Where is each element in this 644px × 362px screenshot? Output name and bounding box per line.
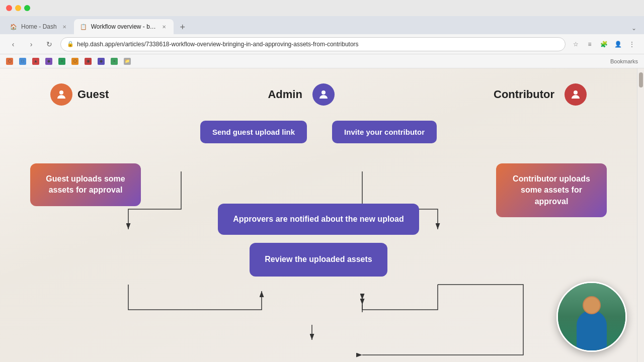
svg-point-1 bbox=[321, 90, 326, 95]
center-column: Approvers are notified about the new upl… bbox=[218, 204, 419, 277]
bookmarks-label: Bookmarks bbox=[610, 58, 638, 64]
bookmark-1[interactable]: ⬡ bbox=[6, 58, 13, 65]
url-text: help.dash.app/en/articles/7338618-workfl… bbox=[77, 41, 359, 48]
bookmark-2[interactable]: □ bbox=[19, 58, 26, 65]
bookmark-8[interactable]: ◆ bbox=[98, 58, 105, 65]
guest-label: Guest bbox=[77, 88, 109, 101]
tab-home-close[interactable]: ✕ bbox=[61, 23, 68, 30]
tab-workflow-label: Workflow overview - bringing bbox=[91, 23, 156, 30]
approvers-notified-box: Approvers are notified about the new upl… bbox=[218, 204, 419, 235]
bookmark-10[interactable]: 📁 bbox=[124, 58, 131, 65]
bookmark-6[interactable]: ⬡ bbox=[71, 58, 78, 65]
bookmark-5[interactable]: + bbox=[58, 58, 65, 65]
review-assets-label: Review the uploaded assets bbox=[265, 255, 372, 263]
menu-icon[interactable]: ⋮ bbox=[626, 38, 638, 50]
contributor-label: Contributor bbox=[494, 88, 554, 101]
minimize-button[interactable] bbox=[15, 5, 21, 11]
admin-label: Admin bbox=[268, 88, 302, 101]
close-button[interactable] bbox=[6, 5, 12, 11]
svg-point-0 bbox=[59, 90, 63, 95]
contributor-upload-box: Contributor uploads some assets for appr… bbox=[496, 163, 607, 217]
admin-role: Admin bbox=[268, 83, 334, 106]
profile-icon[interactable]: 👤 bbox=[612, 38, 624, 50]
bookmark-icon-3: ▲ bbox=[32, 58, 39, 65]
scrollbar[interactable] bbox=[637, 68, 644, 362]
middle-section: Guest uploads some assets for approval A… bbox=[30, 163, 607, 277]
bookmark-icon-1: ⬡ bbox=[6, 58, 13, 65]
invite-contributor-box: Invite your contributor bbox=[332, 121, 437, 143]
contributor-icon bbox=[565, 83, 587, 106]
admin-icon bbox=[312, 83, 335, 106]
contributor-upload-label: Contributor uploads some assets for appr… bbox=[513, 174, 590, 206]
back-button[interactable]: ‹ bbox=[6, 37, 20, 51]
bookmark-icon-9: + bbox=[111, 58, 118, 65]
diagram-wrapper: Guest Admin bbox=[30, 83, 607, 347]
forward-button[interactable]: › bbox=[24, 37, 38, 51]
review-assets-box: Review the uploaded assets bbox=[250, 243, 387, 276]
nav-actions: ☆ ≡ 🧩 👤 ⋮ bbox=[570, 38, 638, 50]
bookmark-icon-7: ◉ bbox=[85, 58, 92, 65]
bookmark-icon-4: ◆ bbox=[45, 58, 52, 65]
tab-workflow-favicon: 📋 bbox=[80, 24, 87, 30]
guest-upload-label: Guest uploads some assets for approval bbox=[46, 174, 125, 194]
page-content: Guest Admin bbox=[0, 68, 637, 362]
tab-home-favicon: 🏠 bbox=[10, 24, 17, 30]
tab-workflow-close[interactable]: ✕ bbox=[160, 23, 168, 30]
address-bar[interactable]: 🔒 help.dash.app/en/articles/7338618-work… bbox=[60, 37, 566, 51]
content-area: Guest Admin bbox=[0, 68, 644, 362]
tab-list-button[interactable]: ⌄ bbox=[628, 22, 640, 34]
invite-contributor-label: Invite your contributor bbox=[344, 128, 425, 136]
action-boxes-row: Send guest upload link Invite your contr… bbox=[30, 121, 607, 143]
guest-upload-box: Guest uploads some assets for approval bbox=[30, 163, 141, 206]
svg-point-2 bbox=[574, 90, 578, 95]
approvers-notified-label: Approvers are notified about the new upl… bbox=[233, 215, 404, 223]
bookmark-9[interactable]: + bbox=[111, 58, 118, 65]
bookmark-icon-2: □ bbox=[19, 58, 26, 65]
reading-list-icon[interactable]: ≡ bbox=[584, 38, 596, 50]
bookmark-4[interactable]: ◆ bbox=[45, 58, 52, 65]
nav-bar: ‹ › ↻ 🔒 help.dash.app/en/articles/733861… bbox=[0, 34, 644, 54]
bookmarks-bar: ⬡ □ ▲ ◆ + ⬡ ◉ ◆ + 📁 Bookmarks bbox=[0, 54, 644, 68]
bookmark-icon-6: ⬡ bbox=[71, 58, 78, 65]
send-guest-link-label: Send guest upload link bbox=[212, 128, 295, 136]
bookmark-icon-8: ◆ bbox=[98, 58, 105, 65]
browser-frame: 🏠 Home - Dash ✕ 📋 Workflow overview - br… bbox=[0, 0, 644, 362]
tab-home[interactable]: 🏠 Home - Dash ✕ bbox=[4, 19, 74, 34]
new-tab-button[interactable]: + bbox=[176, 20, 190, 34]
bookmark-icon-10: 📁 bbox=[124, 58, 131, 65]
traffic-lights bbox=[6, 5, 30, 11]
maximize-button[interactable] bbox=[24, 5, 30, 11]
bookmark-7[interactable]: ◉ bbox=[85, 58, 92, 65]
bookmark-star-icon[interactable]: ☆ bbox=[570, 38, 582, 50]
guest-icon bbox=[50, 83, 72, 106]
bookmark-icon-5: + bbox=[58, 58, 65, 65]
tab-home-label: Home - Dash bbox=[21, 23, 57, 30]
video-overlay bbox=[556, 282, 627, 352]
title-bar bbox=[0, 0, 644, 16]
tabs-bar: 🏠 Home - Dash ✕ 📋 Workflow overview - br… bbox=[0, 16, 644, 34]
scrollbar-thumb[interactable] bbox=[639, 72, 643, 87]
tab-workflow[interactable]: 📋 Workflow overview - bringing ✕ bbox=[74, 19, 174, 34]
send-guest-link-box: Send guest upload link bbox=[200, 121, 307, 143]
guest-role: Guest bbox=[50, 83, 109, 106]
bookmark-3[interactable]: ▲ bbox=[32, 58, 39, 65]
contributor-role: Contributor bbox=[494, 83, 587, 106]
extensions-icon[interactable]: 🧩 bbox=[598, 38, 610, 50]
refresh-button[interactable]: ↻ bbox=[42, 37, 56, 51]
